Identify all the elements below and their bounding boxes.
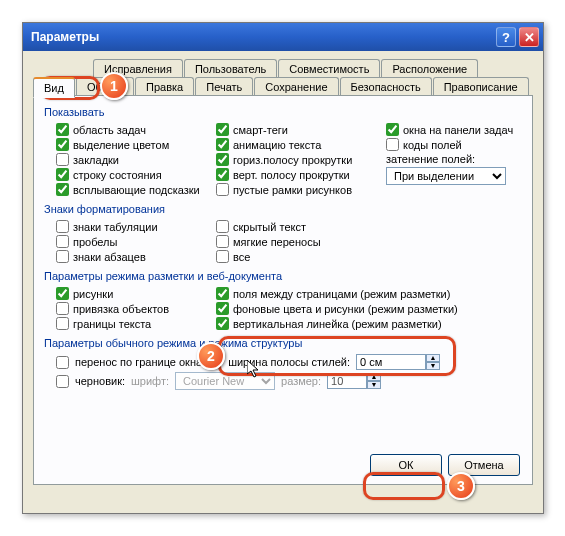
tab-save[interactable]: Сохранение <box>254 77 338 96</box>
style-width-spinner[interactable]: ▲▼ <box>356 354 440 370</box>
checkbox[interactable] <box>56 317 69 330</box>
checkbox-row: рисунки <box>56 286 204 301</box>
tab-row-2: Вид Общие Правка Печать Сохранение Безоп… <box>33 77 533 96</box>
checkbox-row: окна на панели задач <box>386 122 522 137</box>
spin-down[interactable]: ▼ <box>426 362 440 370</box>
checkbox[interactable] <box>216 287 229 300</box>
ok-button[interactable]: ОК <box>370 454 442 476</box>
tab-panel: Показывать область задачвыделение цветом… <box>33 95 533 485</box>
checkbox-label[interactable]: окна на панели задач <box>403 124 513 136</box>
checkbox-label[interactable]: поля между страницами (режим разметки) <box>233 288 450 300</box>
checkbox-row: строку состояния <box>56 167 204 182</box>
group-normal: Параметры обычного режима и режима струк… <box>44 337 522 391</box>
checkbox-row: поля между страницами (режим разметки) <box>216 286 522 301</box>
checkbox[interactable] <box>56 220 69 233</box>
style-width-input[interactable] <box>356 354 426 370</box>
checkbox-label: перенос по границе окна <box>75 356 202 368</box>
checkbox-draft[interactable] <box>56 375 69 388</box>
tab-edit[interactable]: Правка <box>135 77 194 96</box>
checkbox-wrap[interactable] <box>56 356 69 369</box>
checkbox-label[interactable]: знаки табуляции <box>73 221 158 233</box>
checkbox[interactable] <box>56 302 69 315</box>
checkbox-row: анимацию текста <box>216 137 374 152</box>
checkbox-row: вертикальная линейка (режим разметки) <box>216 316 522 331</box>
tab-location[interactable]: Расположение <box>381 59 478 78</box>
tab-spelling[interactable]: Правописание <box>433 77 529 96</box>
checkbox-row: мягкие переносы <box>216 234 374 249</box>
tab-print[interactable]: Печать <box>195 77 253 96</box>
checkbox-row: пустые рамки рисунков <box>216 182 374 197</box>
group-layout: Параметры режима разметки и веб-документ… <box>44 270 522 331</box>
checkbox-label[interactable]: вертикальная линейка (режим разметки) <box>233 318 442 330</box>
checkbox[interactable] <box>216 220 229 233</box>
checkbox-row: всплывающие подсказки <box>56 182 204 197</box>
checkbox-label[interactable]: фоновые цвета и рисунки (режим разметки) <box>233 303 458 315</box>
field-shading-select[interactable]: При выделении <box>386 167 506 185</box>
tab-compat[interactable]: Совместимость <box>278 59 380 78</box>
checkbox-label[interactable]: мягкие переносы <box>233 236 321 248</box>
checkbox[interactable] <box>216 138 229 151</box>
tab-row-1: Исправления Пользователь Совместимость Р… <box>93 59 533 78</box>
tab-general[interactable]: Общие <box>76 77 134 96</box>
tab-security[interactable]: Безопасность <box>340 77 432 96</box>
close-button[interactable]: ✕ <box>519 27 539 47</box>
checkbox-row: фоновые цвета и рисунки (режим разметки) <box>216 301 522 316</box>
checkbox[interactable] <box>216 123 229 136</box>
checkbox[interactable] <box>216 168 229 181</box>
checkbox-row: знаки абзацев <box>56 249 204 264</box>
checkbox[interactable] <box>216 153 229 166</box>
checkbox-label[interactable]: верт. полосу прокрутки <box>233 169 350 181</box>
checkbox[interactable] <box>56 250 69 263</box>
tab-corrections[interactable]: Исправления <box>93 59 183 78</box>
checkbox[interactable] <box>216 183 229 196</box>
tab-view[interactable]: Вид <box>33 77 75 98</box>
checkbox-label[interactable]: привязка объектов <box>73 303 169 315</box>
help-button[interactable]: ? <box>496 27 516 47</box>
checkbox-label[interactable]: пустые рамки рисунков <box>233 184 352 196</box>
window-title: Параметры <box>31 30 496 44</box>
style-width-label: ширина полосы стилей: <box>228 356 350 368</box>
checkbox-row: пробелы <box>56 234 204 249</box>
dialog-window: Параметры ? ✕ Исправления Пользователь С… <box>22 22 544 514</box>
checkbox[interactable] <box>386 123 399 136</box>
checkbox-label[interactable]: анимацию текста <box>233 139 321 151</box>
group-label: Знаки форматирования <box>44 203 522 215</box>
checkbox[interactable] <box>56 235 69 248</box>
checkbox-label[interactable]: закладки <box>73 154 119 166</box>
checkbox[interactable] <box>216 302 229 315</box>
checkbox[interactable] <box>56 183 69 196</box>
checkbox-label: черновик: <box>75 375 125 387</box>
button-bar: ОК Отмена <box>370 454 520 476</box>
checkbox-label[interactable]: коды полей <box>403 139 462 151</box>
checkbox[interactable] <box>56 287 69 300</box>
checkbox[interactable] <box>386 138 399 151</box>
checkbox-label[interactable]: строку состояния <box>73 169 162 181</box>
checkbox-label[interactable]: скрытый текст <box>233 221 306 233</box>
checkbox-label[interactable]: знаки абзацев <box>73 251 146 263</box>
checkbox-label[interactable]: все <box>233 251 250 263</box>
checkbox-label[interactable]: пробелы <box>73 236 117 248</box>
cancel-button[interactable]: Отмена <box>448 454 520 476</box>
checkbox-row: скрытый текст <box>216 219 374 234</box>
checkbox-label[interactable]: гориз.полосу прокрутки <box>233 154 352 166</box>
checkbox[interactable] <box>56 153 69 166</box>
size-input <box>327 373 367 389</box>
spin-up[interactable]: ▲ <box>426 354 440 362</box>
checkbox-row: границы текста <box>56 316 204 331</box>
checkbox-label[interactable]: всплывающие подсказки <box>73 184 200 196</box>
checkbox[interactable] <box>56 123 69 136</box>
tab-user[interactable]: Пользователь <box>184 59 277 78</box>
checkbox-label[interactable]: смарт-теги <box>233 124 288 136</box>
checkbox-label[interactable]: границы текста <box>73 318 151 330</box>
checkbox[interactable] <box>216 235 229 248</box>
checkbox-label[interactable]: рисунки <box>73 288 113 300</box>
checkbox-label[interactable]: выделение цветом <box>73 139 169 151</box>
group-fmt: Знаки форматирования знаки табуляциипроб… <box>44 203 522 264</box>
font-label: шрифт: <box>131 375 169 387</box>
checkbox[interactable] <box>216 250 229 263</box>
group-show: Показывать область задачвыделение цветом… <box>44 106 522 197</box>
checkbox[interactable] <box>56 168 69 181</box>
checkbox-label[interactable]: область задач <box>73 124 146 136</box>
checkbox[interactable] <box>216 317 229 330</box>
checkbox[interactable] <box>56 138 69 151</box>
